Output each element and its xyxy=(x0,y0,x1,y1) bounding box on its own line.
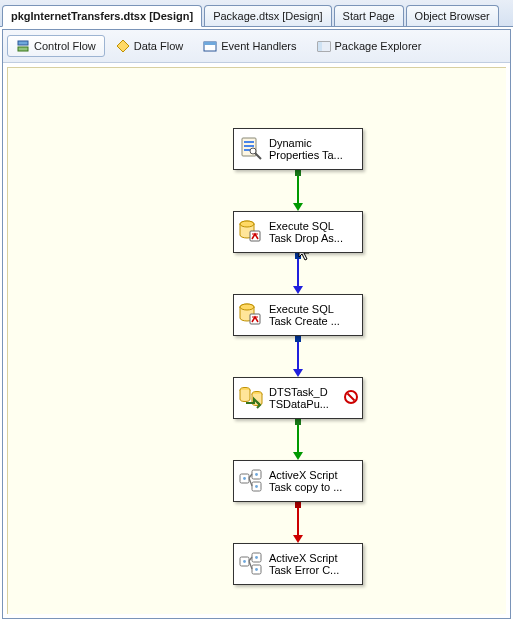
data-flow-icon xyxy=(116,39,130,53)
document-tab-strip: pkgInternetTransfers.dtsx [Design]Packag… xyxy=(0,0,513,27)
task-label: DynamicProperties Ta... xyxy=(269,137,343,161)
task-box[interactable]: ActiveX ScriptTask Error C... xyxy=(233,543,363,585)
precedence-constraint[interactable] xyxy=(290,336,306,377)
svg-rect-11 xyxy=(295,253,301,259)
control-flow-canvas[interactable]: DynamicProperties Ta...Execute SQLTask D… xyxy=(7,67,506,614)
precedence-constraint[interactable] xyxy=(290,502,306,543)
document-tab[interactable]: Package.dtsx [Design] xyxy=(204,5,331,26)
document-tab[interactable]: pkgInternetTransfers.dtsx [Design] xyxy=(2,5,202,27)
task-box[interactable]: DTSTask_DTSDataPu... xyxy=(233,377,363,419)
activex-icon xyxy=(238,551,264,577)
document-tab-label: Start Page xyxy=(343,10,395,22)
svg-marker-13 xyxy=(293,203,303,211)
svg-marker-10 xyxy=(293,286,303,294)
svg-marker-1 xyxy=(293,535,303,543)
control-flow-icon xyxy=(16,39,30,53)
document-tab-label: Package.dtsx [Design] xyxy=(213,10,322,22)
task-box[interactable]: ActiveX ScriptTask copy to ... xyxy=(233,460,363,502)
task-label: DTSTask_DTSDataPu... xyxy=(269,386,329,410)
view-tab-label: Control Flow xyxy=(34,40,96,52)
designer-frame: Control FlowData FlowEvent HandlersPacka… xyxy=(2,29,511,619)
view-tab-label: Event Handlers xyxy=(221,40,296,52)
data-pump-icon xyxy=(238,385,264,411)
task-label: ActiveX ScriptTask Error C... xyxy=(269,552,339,576)
precedence-constraint[interactable] xyxy=(290,419,306,460)
precedence-constraint[interactable] xyxy=(290,170,306,211)
document-tab-label: pkgInternetTransfers.dtsx [Design] xyxy=(11,10,193,22)
dynamic-properties-icon xyxy=(238,136,264,162)
execute-sql-icon xyxy=(238,302,264,328)
task-label: ActiveX ScriptTask copy to ... xyxy=(269,469,342,493)
document-tab-label: Object Browser xyxy=(415,10,490,22)
svg-marker-4 xyxy=(293,452,303,460)
svg-rect-8 xyxy=(295,336,301,342)
svg-marker-7 xyxy=(293,369,303,377)
document-tab[interactable]: Start Page xyxy=(334,5,404,26)
svg-rect-2 xyxy=(295,502,301,508)
error-icon xyxy=(344,390,358,404)
view-tab-label: Data Flow xyxy=(134,40,184,52)
task-box[interactable]: Execute SQLTask Drop As... xyxy=(233,211,363,253)
task-label: Execute SQLTask Drop As... xyxy=(269,220,343,244)
svg-rect-14 xyxy=(295,170,301,176)
precedence-constraint[interactable] xyxy=(290,253,306,294)
activex-icon xyxy=(238,468,264,494)
svg-rect-5 xyxy=(295,419,301,425)
task-box[interactable]: Execute SQLTask Create ... xyxy=(233,294,363,336)
execute-sql-icon xyxy=(238,219,264,245)
view-tab[interactable]: Package Explorer xyxy=(308,35,431,57)
view-tab-label: Package Explorer xyxy=(335,40,422,52)
view-tab[interactable]: Data Flow xyxy=(107,35,193,57)
view-tab-strip: Control FlowData FlowEvent HandlersPacka… xyxy=(3,30,510,63)
task-label: Execute SQLTask Create ... xyxy=(269,303,340,327)
package-explorer-icon xyxy=(317,39,331,53)
view-tab[interactable]: Event Handlers xyxy=(194,35,305,57)
task-box[interactable]: DynamicProperties Ta... xyxy=(233,128,363,170)
view-tab[interactable]: Control Flow xyxy=(7,35,105,57)
document-tab[interactable]: Object Browser xyxy=(406,5,499,26)
event-handlers-icon xyxy=(203,39,217,53)
